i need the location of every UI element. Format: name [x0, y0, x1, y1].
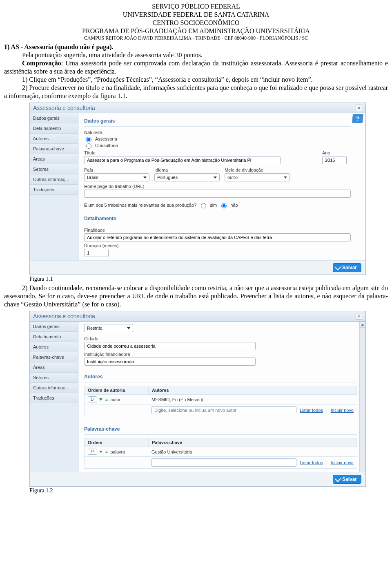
ordem-badge: 1º: [88, 396, 97, 402]
sidebar-item-detalhamento[interactable]: Detalhamento: [30, 123, 78, 134]
label-instituicao: Instituição financiadora: [84, 352, 357, 357]
label-cidade: Cidade: [84, 336, 357, 341]
label-ano: Ano: [322, 150, 351, 155]
chevron-down-icon: [127, 327, 130, 329]
figure-1-1-panel: Assessoria e consultoria ✕ Dados gerais …: [29, 103, 392, 275]
check-icon: [335, 476, 341, 482]
radio-label: Consultoria: [95, 143, 118, 148]
sidebar-item-traducoes[interactable]: Traduções: [30, 185, 78, 195]
label-url: Home page do trabalho (URL): [84, 184, 351, 189]
col-ordem: Ordem de autoria: [85, 386, 149, 394]
input-ano[interactable]: [322, 156, 347, 164]
select-disponibilidade[interactable]: Restrita: [84, 324, 133, 332]
palavras-table-header: Ordem Palavra-chave: [84, 438, 357, 447]
form-content: Restrita Cidade Instituição financiadora…: [78, 322, 365, 472]
arrow-up-icon[interactable]: [105, 451, 108, 453]
radio-label: não: [230, 203, 238, 208]
link-incluir-novo[interactable]: Incluir novo: [331, 408, 354, 413]
section-detalhamento: Detalhamento: [84, 213, 351, 224]
table-row: Listar todos | Incluir novo: [84, 404, 357, 416]
palavra-value: Gestão Universitária: [148, 448, 357, 456]
input-cidade[interactable]: [84, 342, 256, 350]
col-autores: Autores: [149, 386, 357, 394]
sidebar-item-setores[interactable]: Setores: [30, 373, 78, 383]
tag-autor: autor: [110, 397, 120, 402]
input-url[interactable]: [84, 190, 351, 198]
tag-palavra: palavra: [110, 449, 125, 454]
arrow-down-icon[interactable]: [99, 451, 102, 453]
input-novo-autor[interactable]: [151, 406, 296, 414]
figure-1-2-panel: Assessoria e consultoria ✕ Dados gerais …: [29, 311, 392, 487]
arrow-up-icon[interactable]: [105, 398, 108, 401]
autores-table-header: Ordem de autoria Autores: [84, 386, 357, 395]
section-autores: Autores: [84, 371, 357, 382]
section-2-text: 2) Dando continuidade, recomenda-se colo…: [4, 284, 388, 308]
label-idioma: Idioma: [154, 168, 220, 172]
radio-sim[interactable]: [201, 203, 206, 208]
section-1-text: 1) AS - Assessoria (quando não é paga). …: [4, 43, 388, 100]
header-line-3: CENTRO SOCIOECONÔMICO: [0, 19, 392, 27]
chevron-down-icon: [143, 177, 147, 179]
help-icon[interactable]: ?: [352, 114, 363, 123]
radio-label: sim: [210, 203, 217, 208]
link-incluir-nova[interactable]: Incluir nova: [331, 460, 354, 465]
radio-label: Assessoria: [95, 136, 117, 141]
header-line-5: CAMPUS REITOR JOÃO DAVID FERREIRA LIMA -…: [0, 35, 392, 41]
input-finalidade[interactable]: [84, 233, 351, 241]
scrollbar[interactable]: [359, 322, 365, 472]
section-title: 1) AS - Assessoria (quando não é paga).: [4, 43, 388, 51]
radio-assessoria[interactable]: [86, 137, 91, 142]
close-icon[interactable]: ✕: [356, 105, 362, 111]
sidebar-item-outras[interactable]: Outras informaç…: [30, 174, 78, 185]
sidebar-item-areas[interactable]: Áreas: [30, 362, 78, 373]
sidebar-item-autores[interactable]: Autores: [30, 342, 78, 352]
sidebar-item-areas[interactable]: Áreas: [30, 154, 78, 164]
panel-title: Assessoria e consultoria: [33, 105, 95, 111]
input-nova-palavra[interactable]: [151, 458, 296, 467]
save-button[interactable]: Salvar: [333, 263, 361, 272]
select-idioma[interactable]: Português: [154, 173, 220, 181]
table-row: Listar todos | Incluir nova: [84, 457, 357, 469]
form-content: ? Dados gerais Natureza Assessoria Consu…: [78, 113, 365, 260]
sidebar-item-palavras-chave[interactable]: Palavras-chave: [30, 144, 78, 154]
radio-nao[interactable]: [221, 203, 227, 208]
header-line-4: PROGRAMA DE PÓS-GRADUAÇÃO EM ADMINISTRAÇ…: [0, 27, 392, 35]
sidebar-item-traducoes[interactable]: Traduções: [30, 393, 78, 403]
label-meio: Meio de divulgação: [225, 168, 290, 172]
col-palavra: Palavra-chave: [149, 438, 357, 447]
link-listar-todos[interactable]: Listar todos: [300, 460, 323, 465]
sidebar-item-detalhamento[interactable]: Detalhamento: [30, 332, 78, 342]
select-pais[interactable]: Brasil: [84, 173, 149, 181]
ordem-badge: 1º: [88, 449, 97, 455]
paragraph: 2) Procure descrever no título e na fina…: [4, 84, 388, 100]
sidebar-item-autores[interactable]: Autores: [30, 134, 78, 144]
sidebar: Dados gerais Detalhamento Autores Palavr…: [30, 322, 78, 472]
section-palavras-chave: Palavras-chave: [84, 424, 357, 435]
sidebar-item-palavras-chave[interactable]: Palavras-chave: [30, 352, 78, 362]
panel-title: Assessoria e consultoria: [33, 313, 95, 320]
select-meio[interactable]: outro: [225, 173, 290, 181]
chevron-down-icon: [284, 177, 287, 179]
close-icon[interactable]: ✕: [356, 313, 362, 320]
scroll-up-icon[interactable]: [360, 322, 365, 328]
chevron-down-icon: [214, 177, 217, 179]
figure-caption-1: Figura 1.1: [29, 276, 392, 282]
input-instituicao[interactable]: [84, 358, 256, 366]
paragraph: 2) Dando continuidade, recomenda-se colo…: [4, 284, 388, 308]
panel-titlebar: Assessoria e consultoria ✕: [30, 103, 365, 113]
sidebar-item-setores[interactable]: Setores: [30, 164, 78, 174]
sidebar-item-dados-gerais[interactable]: Dados gerais: [30, 322, 78, 332]
table-row: 1º autor MESMIO, Eu (Eu Mesmo): [84, 395, 357, 404]
arrow-down-icon[interactable]: [99, 398, 102, 401]
figure-caption-2: Figura 1.2: [29, 487, 392, 494]
input-duracao[interactable]: [84, 249, 109, 257]
save-button[interactable]: Salvar: [333, 475, 361, 484]
radio-consultoria[interactable]: [86, 143, 91, 149]
sidebar-item-dados-gerais[interactable]: Dados gerais: [30, 113, 78, 123]
link-listar-todos[interactable]: Listar todos: [300, 408, 323, 413]
paragraph: Comprovação: Uma assessoria pode ser com…: [4, 59, 388, 76]
sidebar: Dados gerais Detalhamento Autores Palavr…: [30, 113, 78, 260]
input-titulo[interactable]: [84, 156, 281, 164]
sidebar-item-outras[interactable]: Outras informaç…: [30, 383, 78, 393]
header-line-1: SERVIÇO PÚBLICO FEDERAL: [0, 2, 392, 11]
